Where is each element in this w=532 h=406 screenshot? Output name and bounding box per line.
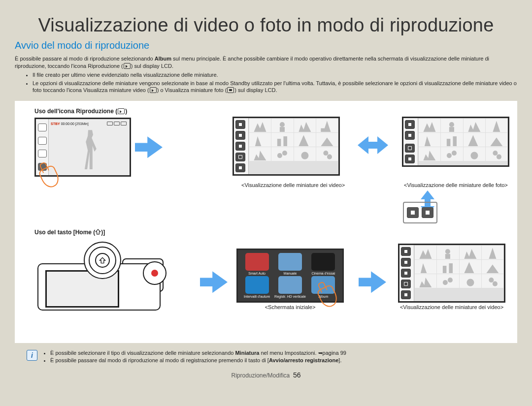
svg-marker-25: [468, 135, 478, 146]
rec-remain: [253Min]: [75, 122, 89, 125]
svg-marker-0: [254, 122, 266, 132]
arrow-right-icon: [135, 136, 163, 158]
svg-rect-8: [284, 136, 288, 146]
thumb-roll-icon[interactable]: [235, 142, 245, 151]
intro-text-c: ) sul display LCD.: [131, 63, 173, 69]
heading-play-icon-b: ): [125, 108, 127, 115]
thumbnail-grid[interactable]: [418, 118, 508, 165]
svg-point-16: [327, 154, 332, 159]
video-thumbnails-screen: [233, 117, 340, 176]
svg-marker-44: [486, 264, 499, 273]
svg-point-14: [301, 152, 308, 159]
note-2b: ].: [338, 357, 341, 363]
sidebar-zoom-icon: [38, 150, 47, 157]
thumb-photo-mode-icon[interactable]: [405, 131, 415, 140]
thumbnail-grid[interactable]: [414, 245, 504, 301]
svg-marker-33: [96, 229, 101, 234]
rec-time: 00:00:00: [61, 122, 74, 125]
thumb-video-mode-icon[interactable]: [405, 120, 415, 129]
thumb-rec-mode-icon[interactable]: [405, 155, 415, 163]
trash-icon[interactable]: [405, 144, 415, 153]
svg-rect-42: [449, 263, 453, 273]
thumb-rec-mode-icon[interactable]: [235, 163, 245, 172]
thumbnail-grid[interactable]: [249, 118, 338, 174]
svg-marker-34: [100, 258, 105, 263]
svg-rect-37: [445, 254, 450, 259]
caption-home-screen: <Schermata iniziale>: [236, 304, 344, 310]
svg-marker-17: [424, 122, 436, 132]
svg-rect-19: [449, 127, 454, 132]
svg-marker-20: [468, 122, 480, 132]
thumb-video-mode-icon[interactable]: [235, 120, 245, 129]
footer-section: Riproduzione/Modifica: [232, 372, 290, 379]
app-vertical-hd[interactable]: Registr. HD verticale: [274, 276, 306, 298]
intro-bullet-2c: ) sul display LCD.: [234, 87, 277, 93]
svg-marker-45: [420, 278, 432, 287]
app-interval[interactable]: Intervalli d'autore: [241, 276, 273, 298]
svg-marker-39: [489, 248, 496, 259]
arrow-right-icon: [359, 271, 386, 293]
caption-photo-thumbs: <Visualizzazione delle miniature delle f…: [404, 182, 508, 188]
svg-point-13: [282, 151, 287, 156]
photo-thumbnails-screen: [402, 117, 509, 167]
thumb-rec-mode-icon[interactable]: [401, 290, 411, 299]
svg-rect-41: [443, 266, 447, 273]
svg-rect-7: [277, 139, 281, 146]
caption-video-thumbs-2: <Visualizzazione delle miniature dei vid…: [398, 304, 505, 310]
silhouette-figure: [80, 130, 100, 169]
trash-icon[interactable]: [401, 280, 411, 288]
svg-point-29: [452, 151, 457, 156]
toggle-photo-icon[interactable]: [422, 207, 433, 218]
note-1-bold: Miniatura: [235, 350, 259, 356]
app-label: Intervalli d'autore: [244, 295, 270, 298]
svg-point-15: [323, 151, 328, 156]
svg-marker-40: [421, 263, 427, 273]
heading-play-icon: Uso dell'icona Riproduzione (): [34, 108, 166, 115]
svg-point-30: [470, 152, 478, 159]
thumb-video-mode-icon[interactable]: [401, 247, 411, 256]
illustration-panel: Uso dell'icona Riproduzione () STBY: [15, 101, 517, 343]
footer: Riproduzione/Modifica 56: [15, 371, 517, 379]
play-icon: [124, 63, 131, 69]
photo-thumb-icon: [227, 87, 234, 93]
intro-bold-album: Album: [155, 56, 171, 62]
video-photo-toggle: [403, 202, 437, 223]
svg-marker-26: [490, 137, 502, 146]
video-thumbnails-screen-2: [398, 244, 505, 303]
camera-illustration: [34, 244, 167, 317]
app-smart-auto[interactable]: Smart Auto: [241, 253, 273, 275]
svg-rect-24: [453, 136, 457, 146]
heading-home-a: Uso del tasto [Home (: [34, 229, 95, 236]
svg-point-28: [447, 153, 452, 158]
sidebar-smart-icon: [38, 124, 47, 131]
svg-marker-3: [299, 122, 311, 132]
play-icon: [118, 108, 125, 114]
home-icon: [95, 229, 101, 235]
footer-page-number: 56: [293, 371, 301, 379]
sidebar-camera-icon: [38, 137, 47, 145]
home-button-icon[interactable]: [84, 242, 121, 279]
svg-marker-6: [255, 136, 262, 146]
svg-marker-10: [321, 137, 333, 146]
app-cinema[interactable]: Cinema d'essai: [307, 253, 339, 275]
svg-marker-21: [493, 121, 500, 132]
intro-text-a: È possibile passare al modo di riproduzi…: [15, 56, 155, 62]
section-title: Avvio del modo di riproduzione: [15, 40, 517, 51]
trash-icon[interactable]: [235, 153, 245, 161]
thumb-roll-icon[interactable]: [401, 269, 411, 278]
note-1: È possibile selezionare il tipo di visua…: [50, 350, 346, 356]
svg-rect-23: [447, 139, 451, 146]
thumb-photo-mode-icon[interactable]: [401, 258, 411, 267]
svg-point-1: [280, 122, 285, 127]
svg-point-47: [448, 278, 453, 282]
note-2-bold: Avvio/arresto registrazione: [269, 357, 338, 363]
svg-point-48: [466, 279, 474, 286]
svg-marker-38: [464, 249, 476, 259]
svg-point-31: [493, 151, 498, 156]
note-1a: È possibile selezionare il tipo di visua…: [50, 350, 235, 356]
app-label: Manuale: [284, 272, 297, 275]
thumb-photo-mode-icon[interactable]: [235, 131, 245, 140]
svg-marker-43: [464, 262, 474, 273]
toggle-video-icon[interactable]: [407, 207, 419, 218]
app-manual[interactable]: Manuale: [274, 253, 306, 275]
